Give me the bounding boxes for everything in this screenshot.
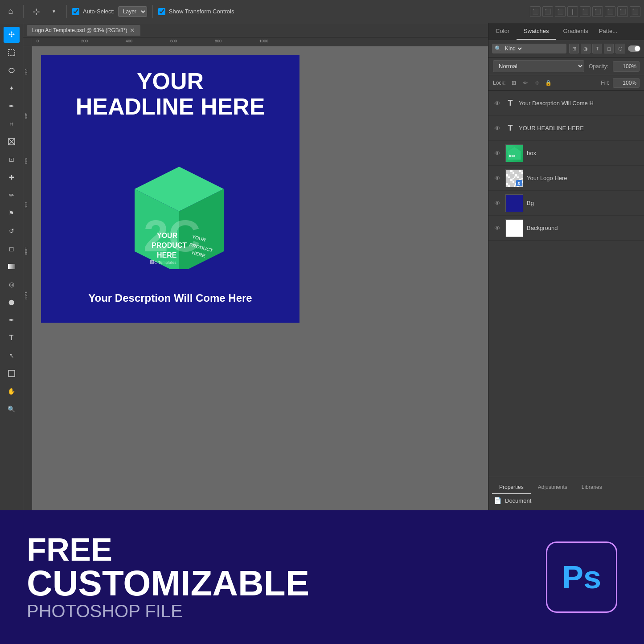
home-button[interactable]: ⌂ — [4, 4, 18, 19]
layer-visibility-toggle[interactable]: 👁 — [493, 199, 502, 208]
type-tool[interactable]: T — [4, 330, 20, 346]
eraser-tool[interactable]: ◻ — [4, 241, 20, 257]
text-filter-icon[interactable]: T — [592, 44, 602, 53]
blur-icon: ◎ — [9, 281, 14, 288]
frame-tool[interactable] — [4, 134, 20, 150]
move-tool-button[interactable]: ⊹ — [29, 4, 43, 19]
layer-item[interactable]: 👁 S — [488, 166, 644, 191]
pixel-filter-icon[interactable]: ⊞ — [569, 44, 579, 53]
align-bottom-icon[interactable]: ⬛ — [605, 6, 615, 17]
layer-item[interactable]: 👁 box box — [488, 141, 644, 166]
ad-product-box: YOUR PRODUCT HERE 🅰C Templates YOUR PROD… — [121, 162, 219, 251]
align-right-icon[interactable]: ⬛ — [555, 6, 566, 17]
layer-visibility-toggle[interactable]: 👁 — [493, 224, 502, 233]
magic-wand-tool[interactable]: ✦ — [4, 80, 20, 96]
gradients-tab[interactable]: Gradients — [556, 23, 595, 40]
align-left-icon[interactable]: ⬛ — [530, 6, 541, 17]
layer-item[interactable]: 👁 Background — [488, 216, 644, 241]
layer-item[interactable]: 👁 T Your Descrption Will Come H — [488, 91, 644, 116]
selection-tool[interactable] — [4, 45, 20, 61]
ad-description: Your Descrption Will Come Here — [67, 291, 274, 305]
file-tab[interactable]: Logo Ad Template.psd @ 63% (RGB/8*) ✕ — [27, 25, 140, 36]
history-brush-tool[interactable]: ↺ — [4, 223, 20, 239]
blend-mode-row: Normal Opacity: 100% — [488, 57, 644, 75]
align-sep: | — [567, 6, 578, 17]
filter-toggle[interactable] — [628, 45, 640, 52]
patterns-tab[interactable]: Patte... — [595, 23, 621, 40]
stamp-tool[interactable]: ⚑ — [4, 205, 20, 221]
file-tab-name: Logo Ad Template.psd @ 63% (RGB/8*) — [32, 27, 127, 33]
lock-artboard-icon[interactable]: ⊹ — [533, 78, 541, 87]
show-transform-checkbox[interactable] — [158, 8, 165, 15]
ruler-horizontal: 0 200 400 600 800 1000 — [32, 37, 488, 46]
pen-icon: ✒ — [9, 316, 14, 324]
ruler-v-600: 600 — [24, 158, 28, 164]
smartobj-filter-icon[interactable]: ⬡ — [615, 44, 625, 53]
ruler-v-200: 200 — [24, 69, 28, 74]
svg-rect-25 — [505, 178, 510, 183]
ruler-top-row: 0 200 400 600 800 1000 — [23, 37, 488, 46]
crop-tool[interactable]: ⊡ — [4, 152, 20, 168]
layer-visibility-toggle[interactable]: 👁 — [493, 174, 502, 183]
distribute-h-icon[interactable]: ⬛ — [617, 6, 628, 17]
kind-filter-select[interactable]: Kind — [503, 45, 523, 52]
align-center-h-icon[interactable]: ⬛ — [542, 6, 553, 17]
opacity-value[interactable]: 100% — [613, 61, 640, 72]
layer-thumbnail: S — [505, 169, 523, 187]
eyedropper-tool[interactable]: ✒ — [4, 98, 20, 114]
layer-visibility-toggle[interactable]: 👁 — [493, 99, 502, 108]
dodge-tool[interactable]: ⬤ — [4, 294, 20, 310]
bottom-tabs: Properties Adjustments Libraries — [492, 481, 640, 494]
layer-select[interactable]: Layer — [118, 6, 147, 17]
fill-value[interactable]: 100% — [613, 78, 640, 88]
hand-tool[interactable]: ✋ — [4, 383, 20, 399]
hand-icon: ✋ — [8, 388, 15, 395]
canvas-viewport[interactable]: YOURHEADLINE HERE — [32, 46, 488, 510]
lock-position-icon[interactable]: ✏ — [521, 78, 530, 87]
tab-close-button[interactable]: ✕ — [130, 27, 135, 34]
layer-visibility-toggle[interactable]: 👁 — [493, 149, 502, 158]
layer-item[interactable]: 👁 Bg — [488, 191, 644, 216]
opacity-label: Opacity: — [589, 63, 608, 70]
healing-tool[interactable]: ✚ — [4, 169, 20, 185]
lasso-tool[interactable] — [4, 62, 20, 78]
libraries-tab[interactable]: Libraries — [574, 481, 609, 494]
pen-tool[interactable]: ✒ — [4, 312, 20, 328]
lock-pixels-icon[interactable]: ⊞ — [509, 78, 518, 87]
main-layout: ✦ ✒ ⌗ ⊡ ✚ ✏ ⚑ ↺ ◻ — [0, 23, 644, 510]
ruler-h-0: 0 — [37, 39, 39, 43]
zoom-tool[interactable]: 🔍 — [4, 401, 20, 417]
separator-2 — [66, 5, 67, 18]
top-toolbar: ⌂ ⊹ ▼ Auto-Select: Layer Show Transform … — [0, 0, 644, 23]
move-dropdown-button[interactable]: ▼ — [47, 4, 61, 19]
auto-select-checkbox[interactable] — [72, 8, 79, 15]
ruler-canvas-wrap: 0 200 400 600 800 1000 200 400 600 800 1… — [23, 37, 488, 510]
distribute-v-icon[interactable]: ⬛ — [630, 6, 640, 17]
color-tab[interactable]: Color — [488, 23, 517, 40]
align-center-v-icon[interactable]: ⬛ — [592, 6, 603, 17]
layer-visibility-toggle[interactable]: 👁 — [493, 124, 502, 133]
layer-item[interactable]: 👁 T YOUR HEADLINE HERE — [488, 116, 644, 141]
brush-tool[interactable]: ✏ — [4, 187, 20, 203]
svg-rect-6 — [8, 370, 15, 377]
shape-filter-icon[interactable]: ◻ — [604, 44, 614, 53]
panel-bottom-section: Properties Adjustments Libraries 📄 Docum… — [488, 477, 644, 510]
gradient-tool[interactable] — [4, 258, 20, 275]
swatches-tab[interactable]: Swatches — [517, 23, 556, 40]
adjustment-filter-icon[interactable]: ◑ — [581, 44, 591, 53]
lock-all-icon[interactable]: 🔒 — [544, 78, 553, 87]
banner-text: FREE CUSTOMIZABLE PHOTOSHOP FILE — [27, 533, 528, 621]
path-select-tool[interactable]: ↖ — [4, 348, 20, 364]
align-top-icon[interactable]: ⬛ — [580, 6, 591, 17]
move-tool[interactable] — [4, 27, 20, 43]
ruler-v-800: 800 — [24, 202, 28, 208]
blur-tool[interactable]: ◎ — [4, 276, 20, 292]
adjustments-tab[interactable]: Adjustments — [531, 481, 574, 494]
transform-tool[interactable]: ⌗ — [4, 116, 20, 132]
properties-tab[interactable]: Properties — [492, 481, 531, 494]
shape-tool[interactable] — [4, 365, 20, 381]
blend-mode-select[interactable]: Normal — [493, 60, 584, 72]
transform-icon: ⌗ — [10, 120, 13, 128]
ruler-h-200: 200 — [81, 39, 88, 43]
svg-text:box: box — [509, 153, 516, 157]
